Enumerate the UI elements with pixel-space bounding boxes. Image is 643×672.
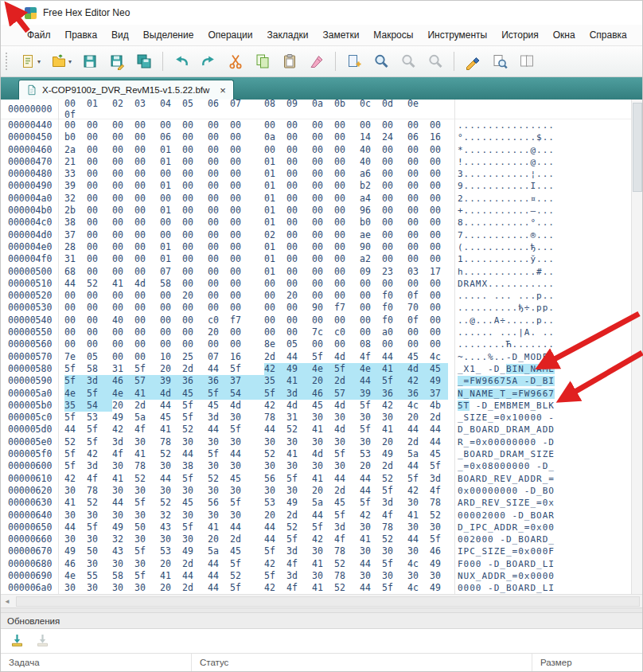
hex-byte[interactable]: 78 [334, 545, 360, 557]
hex-byte[interactable]: 00 [87, 338, 112, 350]
hex-byte[interactable]: 5f [64, 375, 87, 387]
hex-byte[interactable]: 44 [360, 375, 382, 387]
hex-byte[interactable]: a4 [360, 193, 382, 205]
hex-byte[interactable]: 30 [160, 533, 182, 545]
hex-byte[interactable]: 5f [286, 473, 312, 485]
hex-byte[interactable]: 40 [112, 315, 134, 326]
hex-byte[interactable]: 00 [134, 119, 160, 131]
hex-byte[interactable]: 35 [64, 400, 87, 412]
hex-byte[interactable]: 00 [334, 193, 360, 205]
hex-byte[interactable]: 20 [264, 510, 286, 522]
hex-byte[interactable]: 00 [64, 338, 87, 350]
hex-byte[interactable]: 46 [430, 545, 448, 557]
hex-byte[interactable]: 42 [264, 400, 286, 412]
ascii-text[interactable]: _X1_ -D_ [458, 364, 506, 374]
hex-byte[interactable]: 00 [160, 168, 182, 180]
hex-byte[interactable]: 00 [208, 156, 230, 168]
compare-button[interactable] [513, 49, 540, 73]
hex-byte[interactable]: 00 [430, 302, 448, 314]
hex-byte[interactable]: 41 [112, 278, 134, 290]
hex-byte[interactable]: 20 [160, 363, 182, 375]
column-size[interactable]: Размер [532, 654, 642, 671]
hex-byte[interactable]: 45 [430, 448, 448, 460]
hex-byte[interactable]: 54 [230, 388, 264, 400]
hex-byte[interactable]: 44 [264, 533, 286, 545]
hex-byte[interactable]: 00 [407, 180, 430, 192]
hex-byte[interactable]: 20 [312, 375, 334, 387]
hex-byte[interactable]: 30 [87, 533, 112, 545]
hex-byte[interactable]: 5a [407, 448, 430, 460]
hex-byte[interactable]: 00 [160, 326, 182, 338]
hex-byte[interactable]: 3d [430, 473, 448, 485]
hex-byte[interactable]: 4c [407, 582, 430, 594]
hex-byte[interactable]: 5f [182, 522, 208, 533]
hex-byte[interactable]: 00 [286, 326, 312, 338]
hex-byte[interactable]: 05 [286, 338, 312, 350]
hex-byte[interactable]: 5f [230, 497, 264, 509]
hex-byte[interactable]: 08 [360, 338, 382, 350]
hex-byte[interactable]: 00 [160, 290, 182, 302]
hex-byte[interactable]: 44 [112, 497, 134, 509]
hex-byte[interactable]: 00 [312, 119, 334, 131]
hex-byte[interactable]: 30 [87, 510, 112, 522]
ascii-text[interactable]: 00002000 -D_BOAR [458, 510, 555, 521]
hex-byte[interactable]: 01 [264, 266, 286, 278]
hex-byte[interactable]: 37 [230, 375, 264, 387]
redo-button[interactable] [195, 49, 222, 73]
hex-byte[interactable]: 5f [230, 424, 264, 436]
hex-byte[interactable]: 52 [87, 497, 112, 509]
hex-byte[interactable]: 00 [134, 217, 160, 229]
hex-byte[interactable]: 30 [208, 485, 230, 497]
hex-byte[interactable]: 30 [208, 436, 230, 448]
hex-byte[interactable]: 00 [334, 205, 360, 217]
hex-byte[interactable]: 4e [64, 388, 87, 400]
hex-byte[interactable]: 00 [134, 131, 160, 143]
hex-byte[interactable]: 78 [87, 485, 112, 497]
hex-byte[interactable]: 21 [64, 156, 87, 168]
hex-byte[interactable]: 00 [87, 193, 112, 205]
hex-byte[interactable]: 5a [312, 497, 334, 509]
hex-byte[interactable]: 10 [160, 351, 182, 363]
hex-byte[interactable]: 00 [264, 302, 286, 314]
ascii-text[interactable]: 9...........І... [458, 181, 555, 191]
hex-byte[interactable]: 5f [286, 533, 312, 545]
hex-byte[interactable]: 00 [112, 180, 134, 192]
hex-byte[interactable]: 00 [382, 144, 407, 156]
hex-byte[interactable]: 54 [87, 400, 112, 412]
hex-byte[interactable]: 4c [407, 558, 430, 570]
menu-item-bookmarks[interactable]: Закладки [260, 26, 316, 44]
delete-button[interactable] [303, 49, 330, 73]
hex-byte[interactable]: 38 [182, 460, 208, 472]
hex-byte[interactable]: 53 [264, 497, 286, 509]
hex-byte[interactable]: 00 [312, 131, 334, 143]
hex-byte[interactable]: 5f [382, 375, 407, 387]
hex-byte[interactable]: 00 [430, 180, 448, 192]
hex-byte[interactable]: 5f [334, 448, 360, 460]
hex-byte[interactable]: 01 [264, 205, 286, 217]
hex-byte[interactable]: 00 [160, 315, 182, 326]
hex-byte[interactable]: 00 [286, 131, 312, 143]
hex-byte[interactable]: 30 [230, 485, 264, 497]
hex-byte[interactable]: 00 [112, 168, 134, 180]
hex-byte[interactable]: 00 [134, 144, 160, 156]
hex-byte[interactable]: 5f [64, 412, 87, 424]
hex-byte[interactable]: 42 [264, 558, 286, 570]
hex-byte[interactable]: 30 [208, 510, 230, 522]
hex-byte[interactable]: 45 [160, 412, 182, 424]
hex-byte[interactable]: 30 [182, 533, 208, 545]
hex-byte[interactable]: 30 [230, 412, 264, 424]
hex-byte[interactable]: 30 [382, 570, 407, 582]
hex-byte[interactable]: 44 [382, 351, 407, 363]
hex-byte[interactable]: 68 [64, 266, 87, 278]
hex-byte[interactable]: 44 [208, 558, 230, 570]
hex-byte[interactable]: 5f [382, 485, 407, 497]
hex-byte[interactable]: 00 [134, 266, 160, 278]
hex-byte[interactable]: 42 [360, 510, 382, 522]
hex-byte[interactable]: 50 [87, 545, 112, 557]
hex-byte[interactable]: 00 [230, 266, 264, 278]
hex-byte[interactable]: c0 [334, 326, 360, 338]
hex-byte[interactable]: 52 [230, 570, 264, 582]
ascii-selection[interactable]: 5T [458, 400, 470, 411]
hex-byte[interactable]: 00 [360, 290, 382, 302]
hex-byte[interactable]: 5f [64, 448, 87, 460]
